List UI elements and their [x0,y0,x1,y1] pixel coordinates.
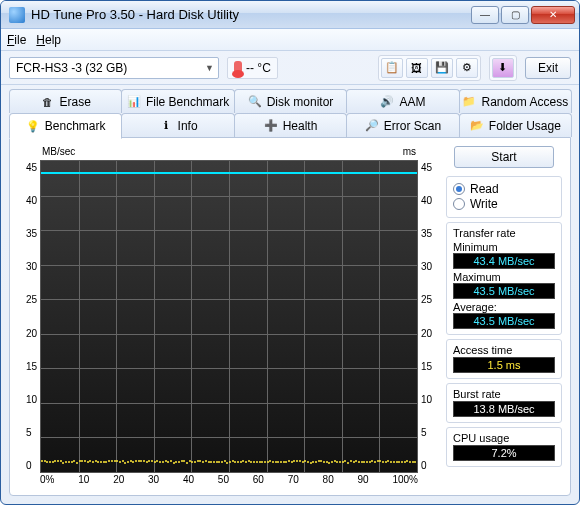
temperature-value: -- °C [246,61,271,75]
tab-random-access[interactable]: 📁Random Access [459,89,572,113]
radio-icon [453,198,465,210]
tab-icon: 💡 [26,119,40,133]
tab-label: Health [283,119,318,133]
close-button[interactable]: ✕ [531,6,575,24]
tab-icon: 📊 [127,95,141,109]
access-time-group: Access time 1.5 ms [446,339,562,379]
tab-label: AAM [399,95,425,109]
chart-area: 454035302520151050 MB/sec ms 0%102030405… [18,146,440,487]
cpu-usage-group: CPU usage 7.2% [446,427,562,467]
tab-info[interactable]: ℹInfo [121,113,234,137]
radio-read[interactable]: Read [453,182,555,196]
toolbar-actions: 📋 🖼 💾 ⚙ [378,55,481,81]
tab-icon: ➕ [264,119,278,133]
stat-minimum: 43.4 MB/sec [453,253,555,269]
tab-label: Benchmark [45,119,106,133]
menubar: File Help [1,29,579,51]
toolbar-misc: ⬇ [489,55,517,81]
temp-log-button[interactable]: ⬇ [492,58,514,78]
tabs-container: 🗑Erase📊File Benchmark🔍Disk monitor🔊AAM📁R… [1,85,579,504]
tab-erase[interactable]: 🗑Erase [9,89,122,113]
tab-icon: 🔎 [365,119,379,133]
minimize-button[interactable]: — [471,6,499,24]
tab-disk-monitor[interactable]: 🔍Disk monitor [234,89,347,113]
tab-label: Random Access [481,95,568,109]
tab-icon: 🔊 [380,95,394,109]
stats-sidebar: Start Read Write Transfer rate Minimum [446,146,562,487]
drive-label: FCR-HS3 -3 (32 GB) [16,61,127,75]
mode-select: Read Write [446,176,562,218]
benchmark-plot [40,160,418,473]
tab-row-bottom: 💡BenchmarkℹInfo➕Health🔎Error Scan📂Folder… [9,113,571,137]
stat-cpu-usage: 7.2% [453,445,555,461]
stat-maximum: 43.5 MB/sec [453,283,555,299]
menu-help[interactable]: Help [36,33,61,47]
copy-screenshot-button[interactable]: 🖼 [406,58,428,78]
window-title: HD Tune Pro 3.50 - Hard Disk Utility [31,7,465,22]
y-axis-right: 454035302520151050 [418,146,440,487]
stat-access-time: 1.5 ms [453,357,555,373]
start-button[interactable]: Start [454,146,554,168]
exit-button[interactable]: Exit [525,57,571,79]
tab-label: Disk monitor [267,95,334,109]
stat-burst-rate: 13.8 MB/sec [453,401,555,417]
tab-benchmark[interactable]: 💡Benchmark [9,113,122,139]
tab-error-scan[interactable]: 🔎Error Scan [346,113,459,137]
tab-icon: 📁 [462,95,476,109]
menu-file[interactable]: File [7,33,26,47]
benchmark-panel: 454035302520151050 MB/sec ms 0%102030405… [9,137,571,496]
titlebar: HD Tune Pro 3.50 - Hard Disk Utility — ▢… [1,1,579,29]
tab-aam[interactable]: 🔊AAM [346,89,459,113]
tab-row-top: 🗑Erase📊File Benchmark🔍Disk monitor🔊AAM📁R… [9,89,571,113]
chevron-down-icon: ▼ [205,63,214,73]
copy-info-button[interactable]: 📋 [381,58,403,78]
y-axis-left: 454035302520151050 [18,146,40,487]
burst-rate-group: Burst rate 13.8 MB/sec [446,383,562,423]
tab-label: Folder Usage [489,119,561,133]
tab-label: Erase [60,95,91,109]
tab-icon: 📂 [470,119,484,133]
thermometer-icon [234,61,242,75]
window-controls: — ▢ ✕ [471,6,575,24]
tab-label: Info [178,119,198,133]
y-axis-left-label: MB/sec [42,146,75,160]
tab-icon: ℹ [159,119,173,133]
tab-icon: 🔍 [248,95,262,109]
toolbar: FCR-HS3 -3 (32 GB) ▼ -- °C 📋 🖼 💾 ⚙ ⬇ Exi… [1,51,579,85]
tab-icon: 🗑 [41,95,55,109]
tab-label: Error Scan [384,119,441,133]
drive-select[interactable]: FCR-HS3 -3 (32 GB) ▼ [9,57,219,79]
y-axis-right-label: ms [403,146,416,160]
radio-icon [453,183,465,195]
save-button[interactable]: 💾 [431,58,453,78]
transfer-rate-group: Transfer rate Minimum 43.4 MB/sec Maximu… [446,222,562,335]
options-button[interactable]: ⚙ [456,58,478,78]
app-window: HD Tune Pro 3.50 - Hard Disk Utility — ▢… [0,0,580,505]
stat-average: 43.5 MB/sec [453,313,555,329]
tab-file-benchmark[interactable]: 📊File Benchmark [121,89,234,113]
radio-write[interactable]: Write [453,197,555,211]
x-axis-ticks: 0%102030405060708090100% [40,473,418,487]
maximize-button[interactable]: ▢ [501,6,529,24]
tab-folder-usage[interactable]: 📂Folder Usage [459,113,572,137]
app-icon [9,7,25,23]
tab-label: File Benchmark [146,95,229,109]
temperature-display: -- °C [227,57,278,79]
tab-health[interactable]: ➕Health [234,113,347,137]
